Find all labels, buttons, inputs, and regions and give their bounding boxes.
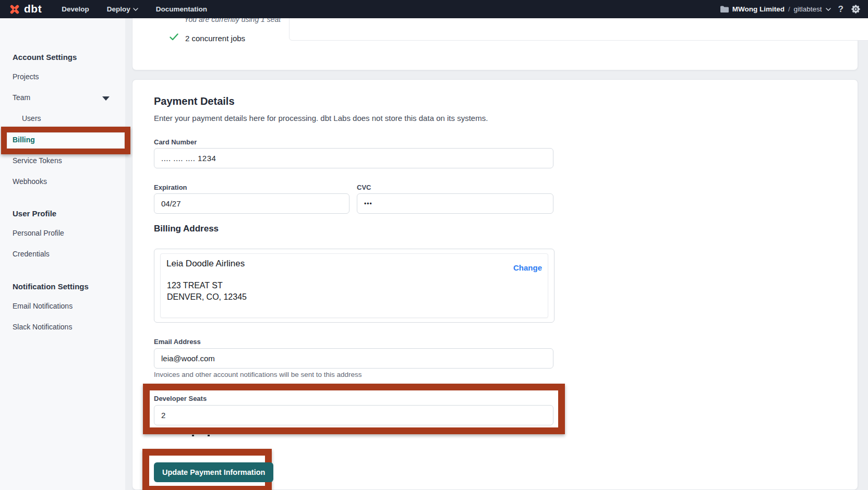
payment-details-title: Payment Details	[154, 95, 235, 107]
obscured-text-fragment	[208, 435, 210, 436]
sidebar-item-team[interactable]: Team	[13, 93, 30, 102]
email-address-label: Email Address	[154, 338, 201, 346]
expiration-label: Expiration	[154, 183, 187, 191]
nav-item-deploy[interactable]: Deploy	[107, 5, 138, 13]
developer-seats-input[interactable]	[154, 405, 553, 425]
account-project-name: gitlabtest	[794, 5, 822, 13]
sidebar-item-slack-notifications[interactable]: Slack Notifications	[13, 323, 72, 331]
developer-seats-label: Developer Seats	[154, 395, 207, 402]
sidebar-heading-user-profile: User Profile	[13, 209, 56, 218]
update-payment-button[interactable]: Update Payment Information	[154, 462, 273, 482]
sidebar-item-email-notifications[interactable]: Email Notifications	[13, 302, 73, 310]
billing-address-name: Leia Doodle Airlines	[166, 259, 245, 269]
cvc-input[interactable]	[357, 193, 553, 214]
sidebar-item-credentials[interactable]: Credentials	[13, 250, 50, 258]
card-number-label: Card Number	[154, 138, 197, 146]
folder-icon	[720, 6, 729, 13]
sidebar-item-service-tokens[interactable]: Service Tokens	[13, 156, 62, 165]
chevron-down-icon	[826, 8, 831, 11]
gear-icon[interactable]	[851, 4, 861, 14]
sidebar-item-webhooks[interactable]: Webhooks	[13, 177, 47, 186]
card-number-input[interactable]	[154, 148, 553, 168]
check-icon	[170, 33, 178, 43]
change-address-link[interactable]: Change	[513, 263, 542, 272]
payment-details-subtitle: Enter your payment details here for proc…	[154, 114, 488, 123]
app-root: You are currently using 1 seat 2 concurr…	[0, 0, 868, 490]
sidebar-heading-notification-settings: Notification Settings	[13, 282, 89, 291]
sidebar-gap	[125, 18, 132, 490]
cvc-label: CVC	[357, 183, 371, 191]
chevron-down-icon	[133, 8, 138, 11]
account-separator: /	[788, 5, 790, 13]
obscured-text-fragment	[192, 435, 194, 436]
nav-item-documentation[interactable]: Documentation	[156, 5, 207, 13]
dbt-logo[interactable]: dbt	[8, 3, 42, 16]
top-navbar: dbt Develop Deploy Documentation MWong L…	[0, 0, 868, 18]
sidebar-item-billing[interactable]: Billing	[13, 136, 35, 144]
plan-feature-row: 2 concurrent jobs	[170, 33, 245, 43]
sidebar-item-users[interactable]: Users	[22, 114, 41, 123]
account-switcher[interactable]: MWong Limited / gitlabtest	[720, 5, 831, 13]
expiration-input[interactable]	[154, 193, 349, 214]
dbt-logo-icon	[8, 3, 21, 16]
email-help-text: Invoices and other account notifications…	[154, 371, 361, 378]
dbt-logo-word: dbt	[24, 3, 42, 14]
billing-address-line2: DENVER, CO, 12345	[167, 292, 247, 302]
sidebar-heading-account-settings: Account Settings	[13, 53, 77, 62]
billing-address-title: Billing Address	[154, 224, 219, 234]
billing-address-line1: 123 TREAT ST	[167, 281, 223, 290]
nav-item-develop[interactable]: Develop	[62, 5, 89, 13]
sidebar-item-projects[interactable]: Projects	[13, 72, 39, 81]
chevron-down-icon[interactable]	[102, 96, 110, 101]
account-org-name: MWong Limited	[732, 5, 785, 13]
plan-feature-label: 2 concurrent jobs	[185, 34, 245, 43]
help-icon[interactable]: ?	[838, 5, 843, 14]
sidebar-item-personal-profile[interactable]: Personal Profile	[13, 229, 64, 237]
email-address-input[interactable]	[154, 348, 553, 369]
